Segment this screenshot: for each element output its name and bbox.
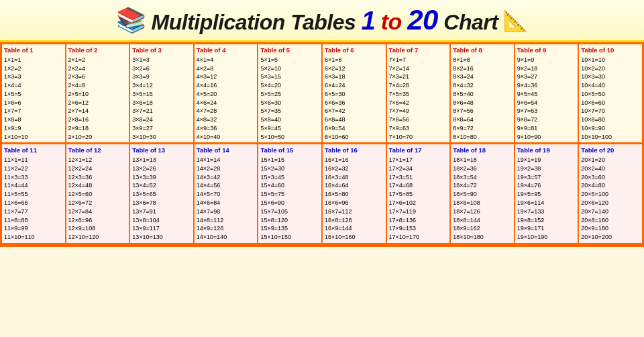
table-entry: 12×2=24 xyxy=(68,164,127,173)
table-entry: 3×8=24 xyxy=(132,115,191,124)
table-entry: 20×2=40 xyxy=(581,164,640,173)
table-entry: 13×6=78 xyxy=(132,199,191,207)
table-entry: 6×2=12 xyxy=(325,64,384,73)
table-entry: 2×7=14 xyxy=(68,107,127,115)
table-entry: 5×10=50 xyxy=(260,133,319,142)
table-cell-table-of-17: Table of 1717×1=1717×2=3417×3=5117×4=681… xyxy=(387,144,451,242)
table-entry: 16×3=48 xyxy=(325,173,384,182)
table-entry: 13×5=65 xyxy=(132,190,191,199)
table-entry: 6×10=60 xyxy=(325,133,384,142)
table-title: Table of 7 xyxy=(389,46,448,55)
table-entry: 7×1=7 xyxy=(389,56,448,64)
table-entry: 3×3=9 xyxy=(132,73,191,81)
book-icon: 📚 xyxy=(116,6,146,34)
table-entry: 1×9=9 xyxy=(4,124,63,133)
table-entry: 17×2=34 xyxy=(389,164,448,173)
table-entry: 2×6=12 xyxy=(68,99,127,107)
table-entry: 1×6=6 xyxy=(4,99,63,107)
table-entry: 9×7=63 xyxy=(517,107,576,115)
table-entry: 19×1=19 xyxy=(517,156,576,164)
table-title: Table of 16 xyxy=(325,146,384,155)
table-entry: 4×7=28 xyxy=(197,107,256,115)
table-entry: 17×6=102 xyxy=(389,199,448,207)
table-entry: 20×1=20 xyxy=(581,156,640,164)
table-entry: 11×9=99 xyxy=(4,224,63,233)
table-entry: 17×4=68 xyxy=(389,181,448,190)
table-entry: 11×1=11 xyxy=(4,156,63,164)
table-entry: 18×4=72 xyxy=(453,181,512,190)
table-cell-table-of-20: Table of 2020×1=2020×2=4020×3=6020×4=802… xyxy=(579,144,642,242)
table-entry: 3×10=30 xyxy=(132,133,191,142)
table-entry: 9×5=45 xyxy=(517,90,576,99)
table-title: Table of 18 xyxy=(453,146,512,155)
table-entry: 12×10=120 xyxy=(68,233,127,242)
table-entry: 13×9=117 xyxy=(132,224,191,233)
table-entry: 5×3=15 xyxy=(260,73,319,81)
table-entry: 20×5=100 xyxy=(581,190,640,199)
table-entry: 14×4=56 xyxy=(197,181,256,190)
table-title: Table of 3 xyxy=(132,46,191,55)
table-title: Table of 1 xyxy=(4,46,63,55)
table-entry: 18×2=36 xyxy=(453,164,512,173)
table-entry: 5×7=35 xyxy=(260,107,319,115)
table-cell-table-of-6: Table of 66×1=66×2=126×3=186×4=246×5=306… xyxy=(323,44,387,142)
table-cell-table-of-7: Table of 77×1=77×2=147×3=217×4=287×5=357… xyxy=(387,44,451,142)
table-entry: 5×9=45 xyxy=(260,124,319,133)
table-entry: 15×3=45 xyxy=(260,173,319,182)
table-entry: 11×2=22 xyxy=(4,164,63,173)
table-entry: 14×6=84 xyxy=(197,199,256,207)
table-entry: 5×8=40 xyxy=(260,115,319,124)
table-entry: 10×1=10 xyxy=(581,56,640,64)
table-cell-table-of-19: Table of 1919×1=1919×2=3819×3=5719×4=761… xyxy=(515,144,580,242)
table-entry: 20×6=120 xyxy=(581,199,640,207)
table-entry: 13×7=91 xyxy=(132,207,191,216)
table-entry: 1×10=10 xyxy=(4,133,63,142)
table-entry: 11×8=88 xyxy=(4,216,63,225)
tables-container: Table of 11×1=11×2=21×3=31×4=41×5=51×6=6… xyxy=(0,42,644,247)
table-entry: 9×4=36 xyxy=(517,81,576,90)
table-entry: 12×3=36 xyxy=(68,173,127,182)
table-entry: 20×4=80 xyxy=(581,181,640,190)
table-entry: 14×2=28 xyxy=(197,164,256,173)
table-cell-table-of-4: Table of 44×1=44×2=84×3=124×4=164×5=204×… xyxy=(195,44,259,142)
table-entry: 20×9=180 xyxy=(581,224,640,233)
table-cell-table-of-13: Table of 1313×1=1313×2=2613×3=3913×4=521… xyxy=(130,144,195,242)
table-entry: 7×2=14 xyxy=(389,64,448,73)
table-entry: 8×1=8 xyxy=(453,56,512,64)
table-entry: 1×2=2 xyxy=(4,64,63,73)
table-entry: 14×1=14 xyxy=(197,156,256,164)
table-title: Table of 6 xyxy=(325,46,384,55)
table-cell-table-of-14: Table of 1414×1=1414×2=2814×3=4214×4=561… xyxy=(195,144,259,242)
table-entry: 7×4=28 xyxy=(389,81,448,90)
table-entry: 3×1=3 xyxy=(132,56,191,64)
table-entry: 4×8=32 xyxy=(197,115,256,124)
table-entry: 4×1=4 xyxy=(197,56,256,64)
table-entry: 17×8=136 xyxy=(389,216,448,225)
table-entry: 11×5=55 xyxy=(4,190,63,199)
table-entry: 8×6=48 xyxy=(453,99,512,107)
table-entry: 6×6=36 xyxy=(325,99,384,107)
table-entry: 10×7=70 xyxy=(581,107,640,115)
table-entry: 17×9=153 xyxy=(389,224,448,233)
table-cell-table-of-1: Table of 11×1=11×2=21×3=31×4=41×5=51×6=6… xyxy=(2,44,66,142)
table-entry: 6×9=54 xyxy=(325,124,384,133)
table-entry: 17×3=51 xyxy=(389,173,448,182)
table-entry: 8×4=32 xyxy=(453,81,512,90)
table-cell-table-of-2: Table of 22×1=22×2=42×3=62×4=82×5=102×6=… xyxy=(66,44,131,142)
table-entry: 15×5=75 xyxy=(260,190,319,199)
table-entry: 6×4=24 xyxy=(325,81,384,90)
table-entry: 15×10=150 xyxy=(260,233,319,242)
table-cell-table-of-11: Table of 1111×1=1111×2=2211×3=3311×4=441… xyxy=(2,144,66,242)
table-entry: 5×6=30 xyxy=(260,99,319,107)
table-entry: 9×1=9 xyxy=(517,56,576,64)
table-entry: 12×7=84 xyxy=(68,207,127,216)
table-entry: 2×10=20 xyxy=(68,133,127,142)
table-entry: 4×4=16 xyxy=(197,81,256,90)
table-entry: 6×8=48 xyxy=(325,115,384,124)
table-entry: 8×9=72 xyxy=(453,124,512,133)
pencil-icon: 📐 xyxy=(503,9,528,32)
table-entry: 13×10=130 xyxy=(132,233,191,242)
table-entry: 18×5=90 xyxy=(453,190,512,199)
table-entry: 18×8=144 xyxy=(453,216,512,225)
table-entry: 7×5=35 xyxy=(389,90,448,99)
